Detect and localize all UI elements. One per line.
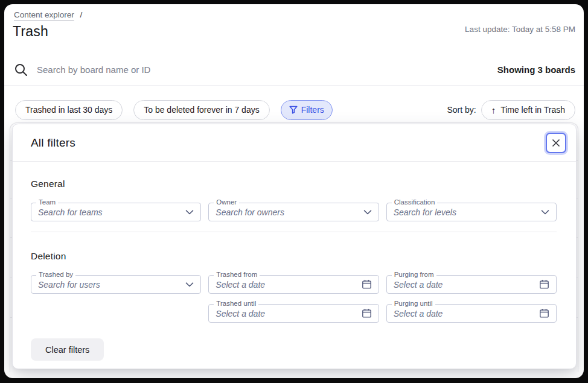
chip-filters[interactable]: Filters xyxy=(281,100,333,120)
chip-label: To be deleted forever in 7 days xyxy=(144,105,259,115)
last-update-text: Last update: Today at 5:58 PM xyxy=(465,25,575,34)
purging-from-date-picker[interactable]: Purging from Select a date xyxy=(386,275,557,294)
purging-until-date-picker[interactable]: Purging until Select a date xyxy=(386,304,557,323)
close-button[interactable] xyxy=(546,133,566,153)
all-filters-modal: All filters General Team Search for team… xyxy=(12,124,577,369)
field-placeholder: Select a date xyxy=(216,280,361,290)
close-icon xyxy=(552,139,560,147)
sort-chip-time-left-in-trash[interactable]: ↑ Time left in Trash xyxy=(481,100,575,120)
trashed-by-select[interactable]: Trashed by Search for users xyxy=(31,275,201,294)
general-fields: Team Search for teams Owner Search for o… xyxy=(31,203,557,221)
field-placeholder: Select a date xyxy=(394,309,539,318)
search-icon xyxy=(14,63,28,77)
sort-by-label: Sort by: xyxy=(447,105,476,115)
chevron-down-icon xyxy=(363,210,372,215)
modal-body: General Team Search for teams Owner Sear… xyxy=(13,179,576,361)
section-heading-general: General xyxy=(31,179,557,189)
chevron-down-icon xyxy=(541,210,549,215)
deletion-fields: Trashed by Search for users Trashed from… xyxy=(31,275,557,323)
sort-chip-label: Time left in Trash xyxy=(500,105,565,115)
chip-trashed-last-30-days[interactable]: Trashed in last 30 days xyxy=(15,100,123,120)
filter-bar: Trashed in last 30 days To be deleted fo… xyxy=(4,95,584,124)
arrow-up-icon: ↑ xyxy=(491,106,496,115)
calendar-icon xyxy=(362,308,372,318)
breadcrumb-link-content-explorer[interactable]: Content explorer xyxy=(14,10,74,19)
page-header: Content explorer / Trash Last update: To… xyxy=(14,10,575,40)
results-summary: Showing 3 boards xyxy=(497,65,575,75)
field-placeholder: Select a date xyxy=(394,280,539,290)
search-bar: Showing 3 boards xyxy=(4,54,584,86)
search-input[interactable] xyxy=(28,65,497,75)
trashed-until-date-picker[interactable]: Trashed until Select a date xyxy=(208,304,379,323)
field-placeholder: Select a date xyxy=(216,309,361,318)
breadcrumb-separator: / xyxy=(80,10,83,19)
field-label: Purging until xyxy=(392,300,435,307)
funnel-icon xyxy=(289,106,298,114)
modal-header: All filters xyxy=(13,124,576,162)
chevron-down-icon xyxy=(185,210,194,215)
modal-title: All filters xyxy=(31,136,75,150)
classification-select[interactable]: Classification Search for levels xyxy=(386,203,557,221)
field-placeholder: Search for owners xyxy=(216,207,363,217)
field-label: Team xyxy=(36,198,58,206)
app-window: Content explorer / Trash Last update: To… xyxy=(4,4,584,378)
clear-filters-button[interactable]: Clear filters xyxy=(31,338,104,361)
field-placeholder: Search for levels xyxy=(394,207,541,217)
field-label: Owner xyxy=(214,198,239,206)
section-divider xyxy=(31,232,557,232)
field-label: Purging from xyxy=(392,271,436,278)
trashed-from-date-picker[interactable]: Trashed from Select a date xyxy=(208,275,379,294)
section-heading-deletion: Deletion xyxy=(31,251,557,262)
calendar-icon xyxy=(539,279,549,290)
breadcrumb: Content explorer / xyxy=(14,10,575,19)
field-placeholder: Search for teams xyxy=(38,207,185,217)
field-placeholder: Search for users xyxy=(38,280,185,290)
field-label: Trashed from xyxy=(214,271,260,278)
chip-to-be-deleted-forever[interactable]: To be deleted forever in 7 days xyxy=(133,100,269,120)
field-label: Trashed until xyxy=(214,300,258,307)
chevron-down-icon xyxy=(185,282,194,287)
chip-label: Trashed in last 30 days xyxy=(25,105,112,115)
calendar-icon xyxy=(539,308,549,318)
field-label: Classification xyxy=(392,198,438,206)
calendar-icon xyxy=(362,279,372,290)
chip-label: Filters xyxy=(301,105,324,115)
team-select[interactable]: Team Search for teams xyxy=(31,203,201,221)
field-label: Trashed by xyxy=(36,271,75,278)
owner-select[interactable]: Owner Search for owners xyxy=(208,203,379,221)
